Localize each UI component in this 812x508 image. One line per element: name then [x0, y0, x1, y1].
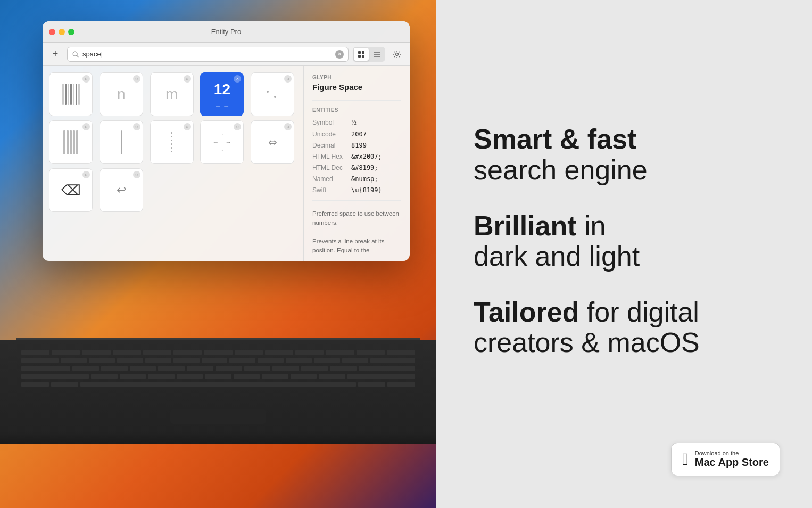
tagline-line-3: Tailored for digital	[474, 297, 775, 327]
tagline-bold-2: Brilliant	[474, 210, 577, 241]
unicode-value: 2007	[351, 130, 367, 138]
entity-row-symbol: Symbol ½	[312, 118, 401, 127]
glyph-cell-10[interactable]: ○ ⇔	[251, 120, 294, 164]
html-dec-value: &#8199;	[351, 164, 378, 171]
symbol-label: Symbol	[312, 119, 347, 126]
search-clear-button[interactable]: ✕	[335, 50, 344, 59]
left-panel: Entity Pro + space| ✕	[0, 0, 436, 508]
add-button[interactable]: +	[48, 47, 63, 62]
right-panel: Smart & fast search engine Brilliant in …	[436, 0, 812, 508]
divider	[312, 100, 401, 101]
settings-button[interactable]	[390, 47, 404, 62]
tagline-line-1: Smart & fast	[474, 124, 775, 154]
plus-icon: +	[53, 48, 59, 60]
glyph-grid: ○ ○ n	[43, 66, 303, 261]
glyph-description: Preferred space to use between numbers. …	[312, 209, 401, 255]
entity-row-swift: Swift \u{8199}	[312, 186, 401, 194]
view-controls	[353, 47, 385, 62]
grid-view-button[interactable]	[354, 48, 369, 61]
cell-badge: ○	[133, 123, 140, 130]
html-hex-label: HTML Hex	[312, 153, 347, 160]
macbook-chassis	[0, 322, 436, 508]
swift-label: Swift	[312, 186, 347, 194]
divider-2	[312, 200, 401, 201]
tagline-line-2b: dark and light	[474, 241, 775, 272]
cell-badge: ○	[184, 75, 191, 83]
maximize-button[interactable]	[68, 29, 74, 35]
cell-badge: ○	[184, 123, 191, 130]
glyph-cell-8[interactable]: ○	[150, 120, 194, 164]
search-field[interactable]: space| ✕	[67, 47, 349, 62]
tagline-line-3b: creators & macOS	[474, 327, 775, 358]
decimal-value: 8199	[351, 142, 367, 149]
cell-badge: ○	[133, 171, 140, 178]
apple-logo-icon: 	[682, 449, 689, 469]
glyph-cell-12[interactable]: ○ ↩	[100, 168, 143, 212]
minimize-button[interactable]	[59, 29, 65, 35]
download-label: Download on the	[695, 450, 769, 456]
glyph-cell-2[interactable]: ○ n	[100, 72, 143, 116]
named-value: &numsp;	[351, 175, 378, 183]
glyph-name: Figure Space	[312, 83, 401, 92]
window-toolbar: + space| ✕	[43, 43, 410, 66]
svg-rect-4	[358, 55, 361, 58]
cell-badge: ○	[82, 75, 90, 83]
bottom-bezel	[0, 432, 436, 444]
glyph-cell-6[interactable]: ○	[49, 120, 93, 164]
svg-rect-2	[358, 51, 361, 54]
glyph-cell-5[interactable]: ○	[251, 72, 294, 116]
glyph-cell-7[interactable]: ○	[100, 120, 143, 164]
glyph-cell-4-selected[interactable]: × 12 ̲ ̲	[200, 72, 244, 116]
tagline-line-2: Brilliant in	[474, 211, 775, 241]
svg-point-9	[396, 53, 399, 55]
decimal-label: Decimal	[312, 142, 347, 149]
list-icon	[373, 51, 380, 58]
tagline-bold-3: Tailored	[474, 297, 579, 327]
glyph-cell-9[interactable]: ○ ↑ ←→ ↓	[200, 120, 244, 164]
grid-icon	[358, 51, 365, 58]
badge-text: Download on the Mac App Store	[695, 450, 769, 469]
swift-value: \u{8199}	[351, 186, 382, 194]
tagline-normal-2b: dark and light	[474, 241, 640, 272]
tagline-normal-1: search engine	[474, 154, 648, 185]
entity-row-html-hex: HTML Hex &#x2007;	[312, 153, 401, 160]
unicode-label: Unicode	[312, 130, 347, 138]
window-content: ○ ○ n	[43, 66, 410, 261]
list-view-button[interactable]	[369, 48, 384, 61]
close-button[interactable]	[49, 29, 55, 35]
app-store-badge[interactable]:  Download on the Mac App Store	[671, 443, 780, 476]
keyboard-deck	[0, 340, 436, 433]
detail-panel: GLYPH Figure Space ENTITIES Symbol ½ Uni…	[303, 66, 410, 261]
tagline-3: Tailored for digital creators & macOS	[474, 297, 775, 358]
entity-row-decimal: Decimal 8199	[312, 142, 401, 149]
search-icon	[72, 51, 79, 58]
store-label: Mac App Store	[695, 456, 769, 469]
svg-rect-3	[362, 51, 364, 54]
tagline-normal-3b: creators & macOS	[474, 327, 700, 358]
app-window: Entity Pro + space| ✕	[43, 21, 410, 261]
entities-section-label: ENTITIES	[312, 107, 401, 113]
svg-rect-5	[362, 55, 364, 58]
entity-row-named: Named &numsp;	[312, 175, 401, 183]
glyph-cell-1[interactable]: ○	[49, 72, 93, 116]
traffic-lights	[49, 29, 74, 35]
tagline-bold-1: Smart & fast	[474, 124, 636, 154]
trackpad	[170, 409, 266, 424]
cell-badge: ○	[82, 123, 90, 130]
glyph-section-label: GLYPH	[312, 75, 401, 80]
glyph-cell-3[interactable]: ○ m	[150, 72, 194, 116]
html-hex-value: &#x2007;	[351, 153, 382, 160]
window-titlebar: Entity Pro	[43, 21, 410, 43]
html-dec-label: HTML Dec	[312, 164, 347, 171]
search-input-value: space|	[82, 50, 332, 58]
glyph-cell-11[interactable]: ○ ⌫	[49, 168, 93, 212]
tagline-normal-3: for digital	[579, 297, 699, 327]
window-title: Entity Pro	[211, 28, 241, 36]
cell-badge: ○	[82, 171, 90, 178]
tagline-line-1b: search engine	[474, 155, 775, 185]
tagline-normal-2: in	[577, 210, 606, 241]
tagline-1: Smart & fast search engine	[474, 124, 775, 185]
named-label: Named	[312, 175, 347, 183]
symbol-value: ½	[351, 118, 357, 127]
entity-row-unicode: Unicode 2007	[312, 130, 401, 138]
